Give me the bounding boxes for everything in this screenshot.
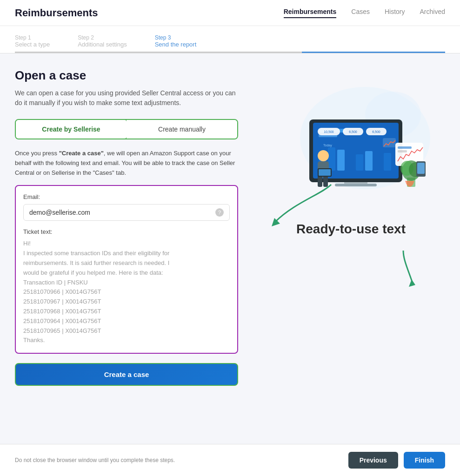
info-text: Once you press "Create a case", we will … bbox=[15, 149, 238, 178]
step-2: Step 2 Additional settings bbox=[78, 34, 127, 48]
ticket-line-7: 25181070968 | X0014G756T bbox=[23, 307, 230, 317]
step3-name: Send the report bbox=[155, 41, 197, 48]
help-icon[interactable]: ? bbox=[215, 208, 224, 217]
toggle-group: Create by Sellerise Create manually bbox=[15, 119, 238, 139]
step-1: Step 1 Select a type bbox=[15, 34, 50, 48]
step1-label: Step 1 bbox=[15, 34, 50, 41]
top-navigation: Reimbursements Reimbursements Cases Hist… bbox=[0, 0, 460, 26]
finish-button[interactable]: Finish bbox=[404, 452, 445, 469]
step3-label: Step 3 bbox=[155, 34, 197, 41]
ticket-line-6: 25181070967 | X0014G756T bbox=[23, 297, 230, 307]
svg-rect-25 bbox=[398, 146, 412, 149]
app-title: Reimbursements bbox=[15, 7, 98, 19]
email-value: demo@sellerise.com bbox=[29, 209, 215, 216]
svg-rect-16 bbox=[337, 150, 345, 171]
ticket-text: Hi! I inspected some transaction IDs and… bbox=[23, 239, 230, 345]
ticket-line-2: reimbursements. It is said further resea… bbox=[23, 258, 230, 268]
svg-rect-21 bbox=[384, 153, 391, 171]
nav-links: Reimbursements Cases History Archived bbox=[284, 8, 445, 18]
ticket-line-5: 25181070966 | X0014G756T bbox=[23, 287, 230, 297]
step2-label: Step 2 bbox=[78, 34, 127, 41]
bottom-actions: Previous Finish bbox=[348, 452, 445, 469]
step-3: Step 3 Send the report bbox=[155, 34, 197, 48]
arrow-svg bbox=[238, 175, 368, 250]
bottom-bar: Do not close the browser window until yo… bbox=[0, 444, 460, 476]
svg-text:Today: Today bbox=[323, 144, 332, 147]
ticket-line-3: would be grateful if you helped me. Here… bbox=[23, 268, 230, 278]
svg-text:6,500: 6,500 bbox=[372, 130, 380, 133]
left-panel: Open a case We can open a case for you u… bbox=[15, 68, 238, 386]
svg-rect-26 bbox=[398, 150, 407, 152]
form-area: Email: demo@sellerise.com ? Ticket text:… bbox=[15, 185, 238, 354]
email-row: demo@sellerise.com ? bbox=[23, 204, 230, 221]
svg-rect-18 bbox=[356, 154, 363, 171]
progress-seg-2 bbox=[158, 52, 301, 53]
previous-button[interactable]: Previous bbox=[348, 452, 398, 469]
info-before: Once you press bbox=[15, 150, 59, 157]
svg-marker-40 bbox=[409, 279, 415, 287]
progress-seg-1 bbox=[15, 52, 158, 53]
ticket-line-4: Transaction ID | FNSKU bbox=[23, 278, 230, 288]
info-bold: "Create a case" bbox=[59, 150, 104, 157]
ticket-line-9: 25181070965 | X0014G756T bbox=[23, 326, 230, 336]
progress-seg-3 bbox=[302, 52, 445, 53]
main-content: Open a case We can open a case for you u… bbox=[0, 53, 460, 432]
create-by-sellerise-btn[interactable]: Create by Sellerise bbox=[15, 119, 127, 139]
svg-rect-17 bbox=[347, 145, 354, 171]
steps-wrapper: Step 1 Select a type Step 2 Additional s… bbox=[0, 26, 460, 53]
email-label: Email: bbox=[23, 193, 230, 200]
create-manually-btn[interactable]: Create manually bbox=[127, 120, 237, 139]
create-case-button[interactable]: Create a case bbox=[15, 363, 238, 386]
ticket-label: Ticket text: bbox=[23, 228, 230, 235]
step2-name: Additional settings bbox=[78, 41, 127, 48]
svg-rect-15 bbox=[328, 147, 335, 171]
bottom-warning: Do not close the browser window until yo… bbox=[15, 457, 175, 463]
ticket-line-0: Hi! bbox=[23, 239, 230, 249]
finish-arrow-svg bbox=[380, 246, 427, 292]
svg-text:10,500: 10,500 bbox=[324, 130, 334, 133]
svg-text:6,500: 6,500 bbox=[349, 130, 357, 133]
right-panel: 10,500 6,500 6,500 Today bbox=[257, 68, 445, 386]
svg-rect-38 bbox=[417, 163, 425, 174]
nav-reimbursements[interactable]: Reimbursements bbox=[284, 8, 337, 18]
ticket-line-10: Thanks. bbox=[23, 336, 230, 345]
nav-archived[interactable]: Archived bbox=[420, 8, 445, 18]
svg-rect-23 bbox=[383, 138, 396, 147]
nav-cases[interactable]: Cases bbox=[351, 8, 370, 18]
svg-rect-20 bbox=[374, 146, 382, 171]
page-description: We can open a case for you using provide… bbox=[15, 88, 238, 108]
step1-name: Select a type bbox=[15, 41, 50, 48]
steps-row: Step 1 Select a type Step 2 Additional s… bbox=[15, 34, 445, 48]
svg-rect-19 bbox=[365, 151, 373, 171]
ticket-line-1: I inspected some transaction IDs and the… bbox=[23, 249, 230, 258]
ticket-line-8: 25181070964 | X0014G756T bbox=[23, 317, 230, 326]
svg-point-27 bbox=[318, 150, 329, 161]
page-title: Open a case bbox=[15, 68, 238, 83]
arrow-ready-area: Ready-to-use text bbox=[257, 212, 445, 237]
svg-rect-32 bbox=[319, 169, 331, 176]
nav-history[interactable]: History bbox=[385, 8, 405, 18]
